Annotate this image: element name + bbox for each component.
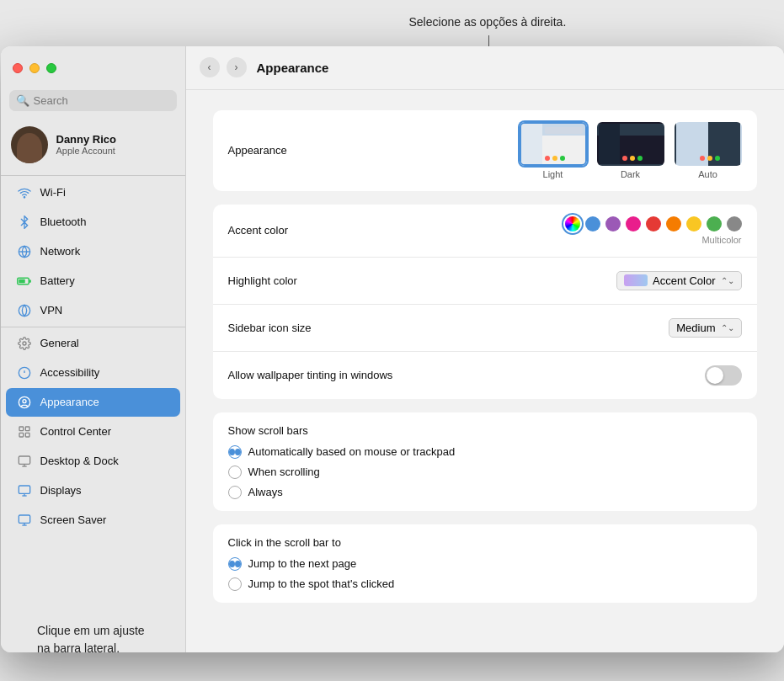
color-dot-red[interactable] [646, 216, 661, 231]
user-info: Danny Rico Apple Account [56, 133, 117, 156]
sidebar-icon-size-dropdown[interactable]: Medium ⌃⌄ [669, 318, 741, 338]
color-dot-yellow[interactable] [686, 216, 701, 231]
auto-label: Auto [698, 169, 717, 179]
appearance-option-dark[interactable]: Dark [597, 122, 664, 179]
highlight-color-row: Highlight color Accent Color ⌃⌄ [213, 258, 757, 305]
sidebar-item-label-battery: Battery [40, 274, 75, 287]
svg-point-0 [24, 196, 24, 197]
color-dot-green[interactable] [707, 216, 722, 231]
screen-saver-icon [16, 512, 33, 529]
svg-rect-23 [19, 515, 29, 523]
sidebar-item-desktop-dock[interactable]: Desktop & Dock [6, 447, 180, 476]
color-dot-purple[interactable] [605, 216, 621, 231]
accent-color-selected-label: Multicolor [701, 235, 741, 245]
colors-section: Accent color [213, 205, 757, 399]
color-dot-graphite[interactable] [727, 216, 742, 231]
appearance-icon [16, 394, 33, 411]
sidebar-item-appearance[interactable]: Appearance [6, 388, 180, 417]
scroll-auto-option[interactable]: Automatically based on mouse or trackpad [228, 445, 742, 459]
scroll-always-label: Always [248, 486, 283, 498]
minimize-button[interactable] [29, 63, 40, 73]
click-scroll-label: Click in the scroll bar to [228, 536, 397, 549]
auto-dots [700, 156, 720, 161]
color-dot-multicolor[interactable] [565, 216, 580, 231]
sidebar-item-label-screen-saver: Screen Saver [40, 513, 107, 526]
sidebar-item-displays[interactable]: Displays [6, 476, 180, 505]
main-content: ‹ › Appearance Appearance [186, 46, 784, 652]
scroll-scrolling-option[interactable]: When scrolling [228, 466, 742, 479]
show-scroll-bars-label: Show scroll bars [228, 424, 397, 437]
click-next-page-option[interactable]: Jump to the next page [228, 557, 742, 571]
dot-green [715, 156, 720, 161]
sidebar-item-bluetooth[interactable]: Bluetooth [6, 208, 180, 237]
sidebar-item-label-network: Network [40, 245, 81, 258]
svg-rect-20 [19, 486, 29, 493]
forward-button[interactable]: › [227, 57, 247, 77]
sidebar-item-label-displays: Displays [40, 484, 82, 497]
sidebar-divider [1, 175, 185, 176]
maximize-button[interactable] [46, 63, 56, 73]
appearance-option-auto[interactable]: Auto [675, 122, 742, 179]
user-name: Danny Rico [56, 133, 117, 146]
auto-thumb [675, 122, 742, 166]
sidebar-item-general[interactable]: General [6, 329, 180, 358]
sidebar-icon-size-row: Sidebar icon size Medium ⌃⌄ [213, 305, 757, 352]
wallpaper-tinting-toggle[interactable] [705, 365, 742, 386]
sidebar-item-screen-saver[interactable]: Screen Saver [6, 506, 180, 535]
svg-rect-14 [25, 427, 29, 431]
sidebar-item-label-desktop-dock: Desktop & Dock [40, 455, 119, 467]
dot-red [622, 156, 627, 161]
control-center-icon [16, 423, 33, 440]
svg-rect-16 [25, 433, 29, 437]
light-dots [545, 156, 565, 161]
svg-point-7 [23, 342, 26, 345]
battery-icon [16, 273, 33, 290]
sidebar-item-control-center[interactable]: Control Center [6, 418, 180, 446]
highlight-color-label: Highlight color [228, 274, 397, 287]
back-button[interactable]: ‹ [200, 57, 220, 77]
svg-rect-15 [19, 433, 24, 437]
highlight-preview [624, 274, 648, 286]
annotation-bottom: Clique em um ajuste na barra lateral. [37, 622, 145, 657]
scroll-always-radio [228, 486, 242, 499]
avatar [11, 126, 48, 163]
scroll-scrolling-label: When scrolling [248, 466, 320, 478]
sidebar-item-label-bluetooth: Bluetooth [40, 215, 87, 228]
sidebar-icon-size-control: Medium ⌃⌄ [397, 318, 742, 338]
dot-red [545, 156, 550, 161]
dot-yellow [707, 156, 712, 161]
sidebar-item-battery[interactable]: Battery [6, 267, 180, 295]
color-dot-orange[interactable] [666, 216, 681, 231]
dot-yellow [630, 156, 635, 161]
svg-rect-17 [19, 456, 29, 464]
color-dot-pink[interactable] [626, 216, 641, 231]
sidebar-item-label-appearance: Appearance [40, 396, 99, 408]
network-icon [16, 243, 33, 260]
user-profile[interactable]: Danny Rico Apple Account [1, 120, 185, 173]
sidebar-item-wifi[interactable]: Wi-Fi [6, 178, 180, 207]
sidebar-item-network[interactable]: Network [6, 237, 180, 266]
appearance-row: Appearance [213, 110, 757, 191]
dark-label: Dark [621, 169, 640, 179]
accent-colors: Multicolor [565, 216, 742, 245]
scroll-bars-radio-group: Automatically based on mouse or trackpad… [228, 445, 742, 499]
click-spot-option[interactable]: Jump to the spot that's clicked [228, 577, 742, 591]
user-subtitle: Apple Account [56, 146, 117, 156]
svg-point-6 [19, 305, 29, 316]
highlight-color-dropdown[interactable]: Accent Color ⌃⌄ [616, 271, 741, 290]
appearance-option-light[interactable]: Light [520, 122, 587, 179]
dot-yellow [552, 156, 557, 161]
light-label: Light [543, 169, 563, 179]
wallpaper-tinting-row: Allow wallpaper tinting in windows [213, 352, 757, 399]
scroll-auto-radio [228, 445, 242, 459]
search-bar[interactable]: 🔍 [9, 90, 177, 111]
scroll-auto-label: Automatically based on mouse or trackpad [248, 445, 456, 458]
sidebar: 🔍 Danny Rico Apple Account Wi-Fi [1, 46, 186, 652]
search-input[interactable] [34, 94, 170, 107]
sidebar-item-accessibility[interactable]: Accessibility [6, 359, 180, 387]
close-button[interactable] [13, 63, 23, 73]
color-dot-blue[interactable] [585, 216, 600, 231]
click-next-page-radio [228, 557, 242, 571]
scroll-always-option[interactable]: Always [228, 486, 742, 499]
sidebar-item-vpn[interactable]: VPN [6, 296, 180, 325]
